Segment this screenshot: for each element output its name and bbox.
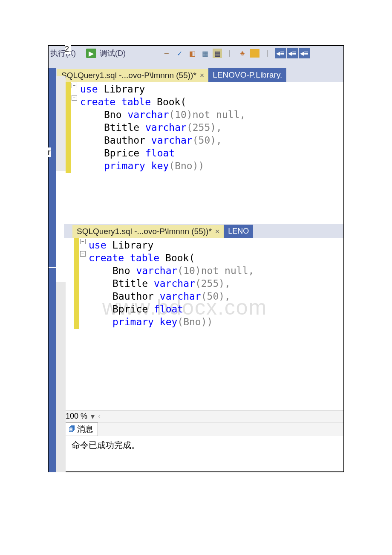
tree-icon[interactable]: ♣ — [237, 49, 248, 58]
tab-inactive[interactable]: LENOVO-P.Library. — [208, 68, 286, 82]
tab-label: SQLQuery1.sql -...ovo-P\lmnnn (55))* — [77, 227, 212, 236]
zoom-bar: 100 % ▾ ‹ — [49, 410, 343, 422]
fold-toggle-icon[interactable]: − — [72, 95, 77, 101]
nav-right-icon[interactable]: ◂≡ — [299, 48, 310, 58]
toolbar-icons: ━ ✓ ◧ ▦ ▤ | ♣ | ◂≡ ◂≡ ◂≡ — [161, 48, 310, 58]
tab-bar-1: SQLQuery1.sql -...ovo-P\lmnnn (55))* × L… — [49, 68, 343, 82]
messages-tab-label: 消息 — [77, 424, 93, 435]
fold-toggle-icon[interactable]: − — [80, 239, 86, 244]
change-indicator — [66, 82, 71, 173]
sep-icon: | — [262, 49, 272, 58]
play-icon[interactable]: ▶ — [86, 49, 96, 58]
check-icon[interactable]: ✓ — [174, 49, 184, 58]
tab-label: LENOVO-P.Library. — [213, 70, 282, 79]
menu-debug[interactable]: 调试(D) — [100, 48, 126, 58]
code-content[interactable]: use Library create table Book( Bno varch… — [86, 238, 257, 329]
toolbar: 执行(X) ▶ 调试(D) ━ ✓ ◧ ▦ ▤ | ♣ | ◂≡ ◂≡ ◂≡ — [49, 46, 343, 61]
code-content[interactable]: use Library create table Book( Bno varch… — [78, 82, 248, 173]
tab-active[interactable]: SQLQuery1.sql -...ovo-P\lmnnn (55))* × — [72, 225, 224, 238]
line-gutter — [56, 76, 66, 171]
menu-execute[interactable]: 执行(X) — [50, 48, 76, 58]
scroll-left-icon[interactable]: ‹ — [98, 412, 101, 421]
fold-gutter: − − — [79, 238, 86, 329]
grid-icon[interactable]: ▦ — [200, 49, 210, 58]
document-frame: 2. 执行(X) ▶ 调试(D) ━ ✓ ◧ ▦ ▤ | ♣ | ◂≡ ◂≡ ◂… — [48, 45, 344, 472]
line-gutter — [56, 282, 66, 472]
dash-icon[interactable]: ━ — [161, 49, 172, 58]
fold-toggle-icon[interactable]: − — [72, 83, 77, 88]
spacer — [49, 61, 343, 68]
tab-active[interactable]: SQLQuery1.sql -...ovo-P\lmnnn (55))* × — [57, 69, 208, 82]
db-icon[interactable]: ◧ — [187, 49, 197, 58]
left-sidebar — [49, 68, 56, 267]
tab-label: LENO — [228, 227, 249, 235]
sep-icon: | — [225, 49, 235, 58]
fold-gutter: − − — [71, 82, 78, 173]
change-indicator — [74, 238, 79, 329]
messages-tab[interactable]: 🗐 消息 — [64, 422, 98, 436]
folder-icon[interactable] — [250, 49, 259, 58]
messages-icon: 🗐 — [69, 425, 75, 433]
zoom-dropdown-icon[interactable]: ▾ — [91, 412, 95, 421]
left-sidebar — [49, 268, 56, 472]
code-editor-1[interactable]: − − use Library create table Book( Bno v… — [49, 82, 343, 173]
spacer — [49, 454, 343, 471]
item-number: 2. — [65, 45, 71, 54]
nav-buttons: ◂≡ ◂≡ ◂≡ — [275, 48, 310, 58]
tab-bar-2: SQLQuery1.sql -...ovo-P\lmnnn (55))* × L… — [64, 224, 343, 238]
spacer — [49, 329, 343, 410]
stray-char: r — [48, 147, 51, 157]
messages-tab-row: 🗐 消息 — [49, 422, 343, 436]
nav-mid-icon[interactable]: ◂≡ — [287, 48, 298, 58]
fold-toggle-icon[interactable]: − — [80, 251, 86, 257]
tab-label: SQLQuery1.sql -...ovo-P\lmnnn (55))* — [61, 71, 196, 80]
nav-left-icon[interactable]: ◂≡ — [275, 48, 286, 58]
spacer — [49, 173, 343, 224]
tab-inactive[interactable]: LENO — [224, 225, 253, 238]
zoom-value[interactable]: 100 % — [66, 412, 87, 421]
close-icon[interactable]: × — [215, 227, 220, 236]
doc-icon[interactable]: ▤ — [213, 49, 222, 58]
close-icon[interactable]: × — [200, 71, 205, 80]
code-editor-2[interactable]: − − use Library create table Book( Bno v… — [49, 238, 343, 329]
messages-content: 命令已成功完成。 — [49, 436, 343, 454]
